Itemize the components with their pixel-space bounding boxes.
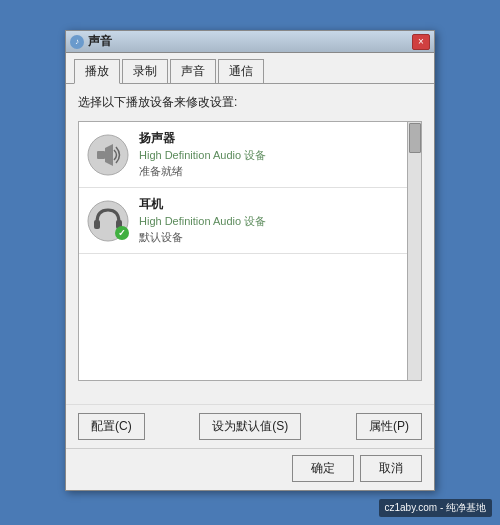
watermark: cz1aby.com - 纯净基地 (379, 499, 493, 517)
speaker-name: 扬声器 (139, 130, 399, 147)
confirm-buttons: 确定 取消 (66, 448, 434, 490)
speaker-sub: High Definition Audio 设备 (139, 148, 399, 163)
svg-rect-1 (97, 151, 105, 159)
scrollbar[interactable] (407, 122, 421, 380)
configure-button[interactable]: 配置(C) (78, 413, 145, 440)
headphone-name: 耳机 (139, 196, 399, 213)
headphone-icon: ✓ (87, 200, 129, 242)
window-title: 声音 (88, 33, 112, 50)
tab-recording[interactable]: 录制 (122, 59, 168, 83)
speaker-icon (87, 134, 129, 176)
ok-button[interactable]: 确定 (292, 455, 354, 482)
device-item-headphone[interactable]: ✓ 耳机 High Definition Audio 设备 默认设备 (79, 188, 421, 254)
desktop: ♪ 声音 × 播放 录制 声音 通信 选择以下播放设备来修改设置: (0, 0, 500, 525)
title-bar: ♪ 声音 × (66, 31, 434, 53)
close-button[interactable]: × (412, 34, 430, 50)
default-badge: ✓ (115, 226, 129, 240)
instructions-text: 选择以下播放设备来修改设置: (78, 94, 422, 111)
sound-dialog: ♪ 声音 × 播放 录制 声音 通信 选择以下播放设备来修改设置: (65, 30, 435, 491)
window-icon: ♪ (70, 35, 84, 49)
tab-communications[interactable]: 通信 (218, 59, 264, 83)
headphone-sub: High Definition Audio 设备 (139, 214, 399, 229)
action-buttons: 配置(C) 设为默认值(S) 属性(P) (66, 404, 434, 448)
tab-bar: 播放 录制 声音 通信 (66, 53, 434, 84)
headphone-info: 耳机 High Definition Audio 设备 默认设备 (139, 196, 399, 245)
title-bar-left: ♪ 声音 (70, 33, 112, 50)
scrollbar-thumb[interactable] (409, 123, 421, 153)
cancel-button[interactable]: 取消 (360, 455, 422, 482)
set-default-button[interactable]: 设为默认值(S) (199, 413, 301, 440)
properties-button[interactable]: 属性(P) (356, 413, 422, 440)
device-item-speaker[interactable]: 扬声器 High Definition Audio 设备 准备就绪 (79, 122, 421, 188)
tab-sounds[interactable]: 声音 (170, 59, 216, 83)
svg-rect-4 (94, 220, 100, 229)
tab-playback[interactable]: 播放 (74, 59, 120, 84)
speaker-status: 准备就绪 (139, 164, 399, 179)
headphone-status: 默认设备 (139, 230, 399, 245)
speaker-info: 扬声器 High Definition Audio 设备 准备就绪 (139, 130, 399, 179)
content-area: 选择以下播放设备来修改设置: (66, 84, 434, 404)
device-list[interactable]: 扬声器 High Definition Audio 设备 准备就绪 (78, 121, 422, 381)
